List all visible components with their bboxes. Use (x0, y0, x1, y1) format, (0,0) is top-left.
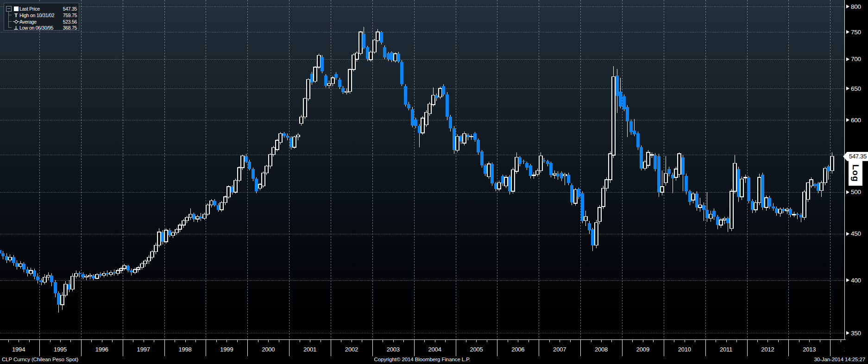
legend-value: 368.75 (63, 25, 77, 31)
tick-arrow-icon (846, 5, 849, 8)
average-marker-icon (13, 19, 19, 24)
bloomberg-chart-window: 800750700650600500450400350 547.35 Log 1… (0, 0, 868, 364)
legend-label: Last Price (19, 6, 63, 12)
y-tick-350: 350 (846, 329, 861, 337)
legend-row-last-price-square[interactable]: Last Price547.35 (4, 6, 79, 12)
tick-arrow-icon (846, 87, 849, 90)
legend-box[interactable]: Last Price547.35THigh on 10/31/02759.75A… (4, 3, 79, 31)
year-label-2009: 2009 (632, 346, 654, 353)
year-label-2012: 2012 (757, 346, 778, 353)
legend-label: Low on 06/30/95 (19, 25, 63, 31)
y-tick-label: 750 (851, 29, 861, 36)
year-label-2014: 2014 (840, 346, 845, 353)
legend-label: High on 10/31/02 (19, 13, 63, 18)
tick-arrow-icon (846, 30, 849, 34)
y-tick-label: 700 (851, 56, 861, 63)
legend-row-low-marker[interactable]: ⊥Low on 06/30/95368.75 (4, 25, 79, 31)
year-label-2006: 2006 (507, 346, 528, 353)
y-tick-label: 400 (851, 277, 861, 284)
year-label-2000: 2000 (258, 346, 279, 353)
year-label-2003: 2003 (383, 346, 404, 353)
y-tick-label: 650 (851, 85, 861, 92)
legend-row-average-marker[interactable]: Average523.56 (4, 19, 79, 25)
y-tick-label: 500 (851, 188, 861, 195)
tick-arrow-icon (846, 278, 849, 282)
high-marker-icon: T (13, 13, 19, 18)
year-label-1995: 1995 (50, 346, 71, 353)
year-label-1996: 1996 (91, 346, 113, 353)
year-label-1998: 1998 (175, 346, 196, 353)
y-tick-label: 600 (851, 117, 861, 124)
tick-arrow-icon (846, 57, 849, 61)
legend-value: 759.75 (63, 13, 77, 18)
log-scale-label: Log (850, 164, 861, 182)
log-scale-badge[interactable]: Log (849, 161, 862, 186)
year-label-1997: 1997 (133, 346, 154, 353)
y-tick-450: 450 (846, 230, 861, 238)
last-price-square-icon (13, 6, 19, 11)
x-axis: 1994199519961997199819992000200120022003… (0, 345, 845, 356)
y-tick-label: 800 (851, 3, 861, 10)
year-label-1994: 1994 (8, 346, 29, 353)
year-label-2002: 2002 (341, 346, 362, 353)
y-tick-800: 800 (846, 2, 861, 11)
low-marker-icon: ⊥ (13, 25, 19, 30)
y-tick-750: 750 (846, 28, 861, 36)
tick-arrow-icon (846, 232, 849, 236)
y-tick-600: 600 (846, 116, 861, 124)
year-label-2013: 2013 (799, 346, 820, 353)
y-tick-label: 450 (851, 230, 861, 237)
copyright-text: Copyright© 2014 Bloomberg Finance L.P. (0, 357, 844, 362)
last-price-marker: 547.35 (843, 152, 868, 161)
legend-label: Average (19, 19, 63, 25)
y-tick-400: 400 (846, 276, 861, 284)
year-label-2005: 2005 (465, 346, 487, 353)
last-price-value: 547.35 (849, 153, 867, 160)
year-label-2011: 2011 (716, 346, 737, 353)
tick-arrow-icon (846, 331, 849, 335)
year-label-2007: 2007 (549, 346, 570, 353)
legend-row-high-marker[interactable]: THigh on 10/31/02759.75 (4, 12, 79, 18)
timestamp-text: 30-Jan-2014 14:25:27 (814, 357, 865, 362)
legend-value: 547.35 (63, 6, 77, 12)
y-tick-500: 500 (846, 188, 861, 196)
year-label-2008: 2008 (591, 346, 612, 353)
legend-value: 523.56 (63, 19, 77, 25)
year-label-2001: 2001 (299, 346, 321, 353)
y-tick-700: 700 (846, 55, 861, 63)
y-tick-650: 650 (846, 84, 861, 93)
year-label-1999: 1999 (216, 346, 237, 353)
y-tick-label: 350 (851, 330, 861, 337)
year-label-2004: 2004 (424, 346, 446, 353)
tick-arrow-icon (846, 118, 849, 122)
year-label-2010: 2010 (674, 346, 695, 353)
tick-arrow-icon (846, 190, 849, 194)
candlestick-chart[interactable] (0, 0, 868, 364)
